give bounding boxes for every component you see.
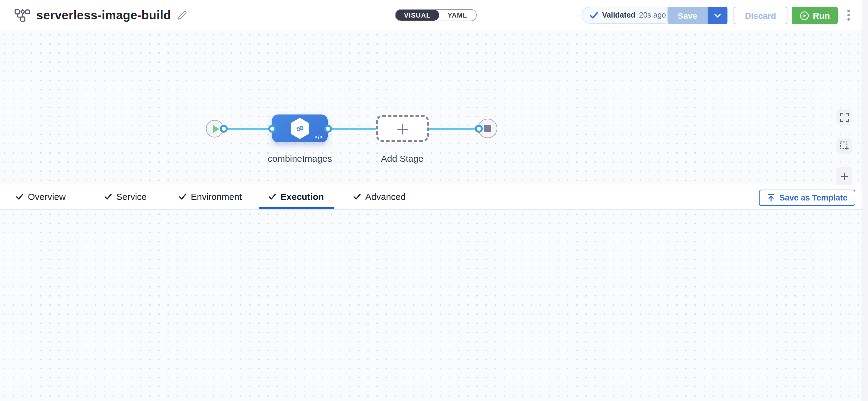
tab-execution[interactable]: Execution (259, 185, 334, 209)
validated-badge[interactable]: Validated 20s ago (582, 7, 674, 24)
run-label: Run (813, 10, 830, 20)
view-mode-toggle: VISUAL YAML (395, 9, 476, 21)
tab-yaml[interactable]: YAML (439, 10, 476, 21)
marquee-select-button[interactable] (837, 138, 852, 154)
save-split-button: Save (668, 7, 727, 24)
connector (331, 127, 376, 129)
port (324, 124, 332, 132)
connector (227, 127, 272, 129)
check-icon (353, 193, 361, 199)
validated-time: 20s ago (639, 11, 666, 20)
connector (429, 127, 475, 129)
tab-service[interactable]: Service (94, 185, 156, 209)
stop-icon (484, 125, 491, 132)
save-button[interactable]: Save (668, 7, 708, 24)
check-icon (268, 193, 276, 199)
port (220, 124, 227, 132)
pipeline-icon (14, 9, 30, 22)
upload-icon (767, 193, 775, 202)
hexagon-infinity-icon: ∞ (289, 117, 310, 140)
vertical-scrollbar[interactable] (863, 0, 868, 401)
page-title: serverless-image-build (36, 8, 171, 22)
topbar: serverless-image-build VISUAL YAML Valid… (0, 0, 868, 30)
tab-overview[interactable]: Overview (6, 185, 75, 209)
play-icon (212, 124, 219, 133)
check-icon (589, 11, 598, 19)
check-icon (104, 193, 112, 199)
stage-node-combineimages[interactable]: ∞ </> (272, 115, 328, 142)
tab-environment[interactable]: Environment (169, 185, 251, 209)
check-icon (16, 193, 24, 199)
zoom-in-button[interactable]: + (837, 166, 852, 185)
code-icon: </> (315, 134, 323, 140)
more-options-button[interactable] (844, 8, 854, 23)
play-circle-icon (800, 10, 809, 20)
stage-label: combineImages (268, 152, 332, 165)
pipeline-studio: serverless-image-build VISUAL YAML Valid… (0, 0, 868, 401)
pipeline-title-group: serverless-image-build (14, 0, 187, 30)
marquee-selection-icon (840, 141, 849, 151)
tab-advanced[interactable]: Advanced (343, 185, 415, 209)
validated-label: Validated (602, 11, 636, 20)
stage-tabbar: Overview Service Environment Execution A… (0, 185, 868, 210)
check-icon (179, 193, 187, 199)
add-stage-button[interactable]: + (376, 115, 429, 142)
discard-button[interactable]: Discard (734, 7, 787, 24)
run-button[interactable]: Run (792, 7, 838, 24)
execution-canvas: Execution Rol (0, 210, 868, 401)
pencil-icon (177, 10, 187, 20)
port (474, 124, 483, 132)
fullscreen-icon (840, 112, 849, 121)
plus-icon: + (396, 120, 409, 136)
fullscreen-button[interactable] (837, 109, 852, 125)
port (268, 124, 276, 132)
edit-title-button[interactable] (177, 10, 187, 20)
save-dropdown-button[interactable] (708, 7, 727, 24)
chevron-down-icon (714, 13, 721, 18)
add-stage-label: Add Stage (381, 152, 424, 165)
stage-canvas: ∞ </> + combineImages Add Stage (0, 30, 868, 185)
tab-visual[interactable]: VISUAL (396, 10, 439, 21)
save-as-template-button[interactable]: Save as Template (759, 190, 855, 206)
